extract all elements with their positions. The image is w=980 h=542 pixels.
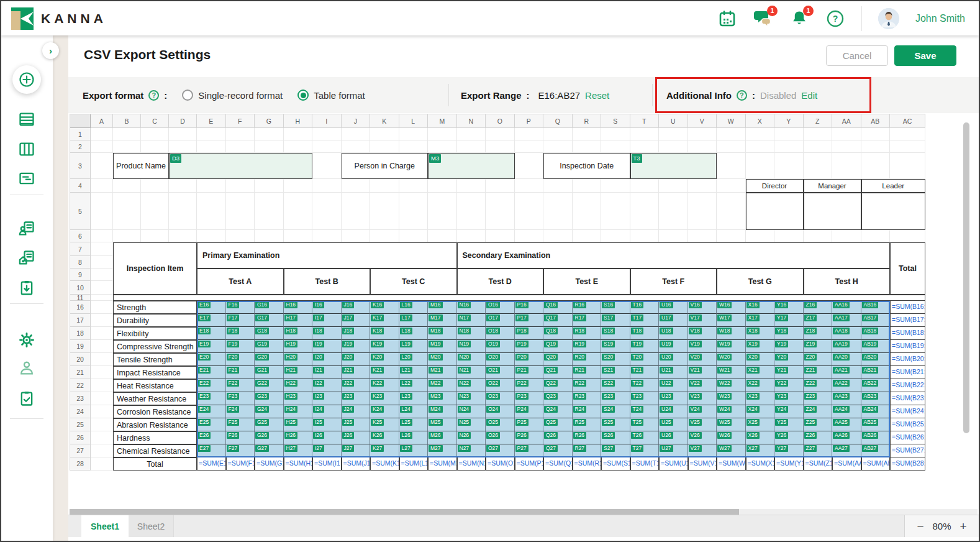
data-cell-H16[interactable]: H16 <box>284 301 313 314</box>
total-formula-cell[interactable]: =SUM(B27: <box>890 444 925 457</box>
row-header-9[interactable]: 9 <box>70 269 91 281</box>
list-rows-icon[interactable] <box>16 109 37 130</box>
grid-cell[interactable] <box>399 230 429 242</box>
zoom-in-button[interactable]: + <box>960 520 967 532</box>
grid-cell[interactable] <box>169 140 197 153</box>
vertical-scrollbar[interactable] <box>963 122 969 433</box>
data-cell-S21[interactable]: S21 <box>601 366 630 379</box>
grid-cell[interactable] <box>543 140 573 153</box>
data-cell-N17[interactable]: N17 <box>457 314 486 327</box>
data-cell-V20[interactable]: V20 <box>688 353 717 366</box>
data-cell-I20[interactable]: I20 <box>312 353 342 366</box>
data-cell-AB24[interactable]: AB24 <box>861 405 891 418</box>
data-cell-H19[interactable]: H19 <box>284 340 313 353</box>
data-cell-W19[interactable]: W19 <box>717 340 746 353</box>
sidebar-expand-button[interactable]: › <box>42 42 59 59</box>
data-cell-P18[interactable]: P18 <box>515 327 544 340</box>
data-cell-V26[interactable]: V26 <box>688 431 717 444</box>
data-cell-AB17[interactable]: AB17 <box>861 314 891 327</box>
sum-formula-cell[interactable]: =SUM(O1 <box>486 457 515 471</box>
grid-cell[interactable] <box>515 140 544 153</box>
data-cell-G16[interactable]: G16 <box>255 301 284 314</box>
grid-cell[interactable] <box>197 193 226 230</box>
sum-formula-cell[interactable]: =SUM(K1 <box>370 457 399 471</box>
grid-cell[interactable] <box>113 140 141 153</box>
grid-cell[interactable] <box>688 193 717 230</box>
grid-cell[interactable] <box>486 179 515 193</box>
grid-cell[interactable] <box>141 140 169 153</box>
data-cell-P23[interactable]: P23 <box>515 392 544 405</box>
data-cell-G27[interactable]: G27 <box>255 444 284 457</box>
additional-info-help-icon[interactable]: ? <box>737 90 747 101</box>
data-cell-E26[interactable]: E26 <box>197 431 226 444</box>
data-cell-P27[interactable]: P27 <box>515 444 544 457</box>
import-clipboard-icon[interactable] <box>16 277 37 298</box>
grid-cell[interactable] <box>630 230 660 242</box>
data-cell-F24[interactable]: F24 <box>226 405 255 418</box>
data-cell-S18[interactable]: S18 <box>601 327 630 340</box>
data-cell-J16[interactable]: J16 <box>342 301 371 314</box>
member-document-icon[interactable] <box>16 218 37 239</box>
data-cell-R18[interactable]: R18 <box>573 327 602 340</box>
grid-cell[interactable] <box>457 140 486 153</box>
sum-formula-cell[interactable]: =SUM(H1 <box>284 457 313 471</box>
data-cell-AA18[interactable]: AA18 <box>832 327 861 340</box>
grid-cell[interactable] <box>832 230 861 242</box>
row-header-1[interactable]: 1 <box>70 128 91 140</box>
grid-cell[interactable] <box>91 301 113 314</box>
data-cell-X19[interactable]: X19 <box>746 340 775 353</box>
data-cell-L27[interactable]: L27 <box>399 444 429 457</box>
total-formula-cell[interactable]: =SUM(B24: <box>890 405 925 418</box>
data-cell-H17[interactable]: H17 <box>284 314 313 327</box>
data-cell-I25[interactable]: I25 <box>312 418 342 431</box>
total-formula-cell[interactable]: =SUM(B22: <box>890 379 925 392</box>
radio-single-record[interactable] <box>182 90 193 101</box>
data-cell-X25[interactable]: X25 <box>746 418 775 431</box>
data-cell-U25[interactable]: U25 <box>659 418 688 431</box>
grid-cell[interactable] <box>342 193 371 230</box>
grid-cell[interactable] <box>141 193 169 230</box>
data-cell-J23[interactable]: J23 <box>342 392 371 405</box>
grid-cell[interactable] <box>573 193 602 230</box>
data-cell-F18[interactable]: F18 <box>226 327 255 340</box>
grid-cell[interactable] <box>486 193 515 230</box>
data-cell-V23[interactable]: V23 <box>688 392 717 405</box>
product-name-input[interactable]: D3 <box>169 153 312 179</box>
row-header-26[interactable]: 26 <box>70 431 91 444</box>
data-cell-AB20[interactable]: AB20 <box>861 353 891 366</box>
data-cell-T26[interactable]: T26 <box>630 431 660 444</box>
grid-cell[interactable] <box>312 179 342 193</box>
data-cell-T22[interactable]: T22 <box>630 379 660 392</box>
data-cell-Y24[interactable]: Y24 <box>774 405 804 418</box>
grid-cell[interactable] <box>717 128 746 140</box>
data-cell-Y26[interactable]: Y26 <box>774 431 804 444</box>
sum-formula-cell[interactable]: =SUM(X1 <box>746 457 775 471</box>
data-cell-H24[interactable]: H24 <box>284 405 313 418</box>
data-cell-P25[interactable]: P25 <box>515 418 544 431</box>
data-cell-AA25[interactable]: AA25 <box>832 418 861 431</box>
data-cell-G18[interactable]: G18 <box>255 327 284 340</box>
data-cell-Q24[interactable]: Q24 <box>543 405 573 418</box>
data-cell-AA17[interactable]: AA17 <box>832 314 861 327</box>
data-cell-E18[interactable]: E18 <box>197 327 226 340</box>
select-all-corner[interactable] <box>70 114 91 128</box>
data-cell-H20[interactable]: H20 <box>284 353 313 366</box>
data-cell-Y20[interactable]: Y20 <box>774 353 804 366</box>
column-header-K[interactable]: K <box>370 114 399 128</box>
grid-cell[interactable] <box>255 193 284 230</box>
data-cell-Y22[interactable]: Y22 <box>774 379 804 392</box>
data-cell-Z23[interactable]: Z23 <box>804 392 833 405</box>
grid-cell[interactable] <box>746 153 775 179</box>
grid-cell[interactable] <box>861 128 891 140</box>
column-header-H[interactable]: H <box>284 114 313 128</box>
data-cell-O24[interactable]: O24 <box>486 405 515 418</box>
data-cell-I22[interactable]: I22 <box>312 379 342 392</box>
column-header-C[interactable]: C <box>141 114 169 128</box>
column-header-T[interactable]: T <box>630 114 660 128</box>
data-cell-X17[interactable]: X17 <box>746 314 775 327</box>
row-header-19[interactable]: 19 <box>70 340 91 353</box>
grid-cell[interactable] <box>91 457 113 471</box>
data-cell-J21[interactable]: J21 <box>342 366 371 379</box>
data-cell-I18[interactable]: I18 <box>312 327 342 340</box>
grid-cell[interactable] <box>226 128 255 140</box>
